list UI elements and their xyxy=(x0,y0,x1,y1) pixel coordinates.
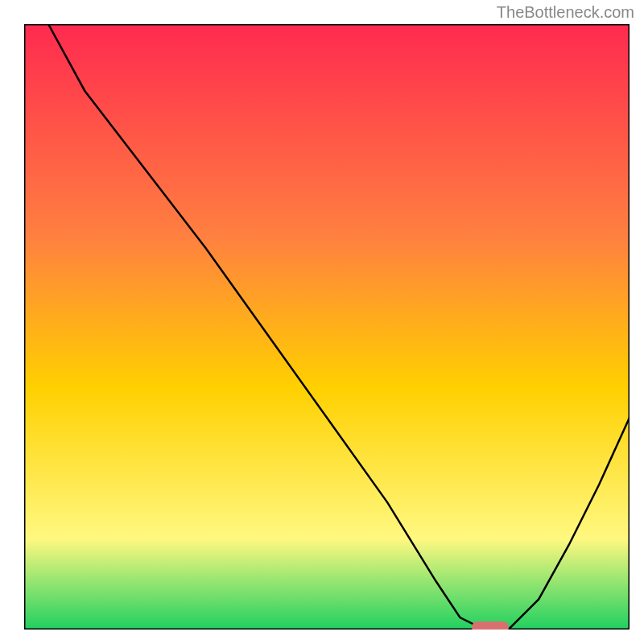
optimal-marker xyxy=(472,621,509,630)
chart-background xyxy=(24,24,630,630)
watermark-text: TheBottleneck.com xyxy=(497,3,634,22)
chart-svg xyxy=(24,24,630,630)
chart-plot-area xyxy=(24,24,630,630)
